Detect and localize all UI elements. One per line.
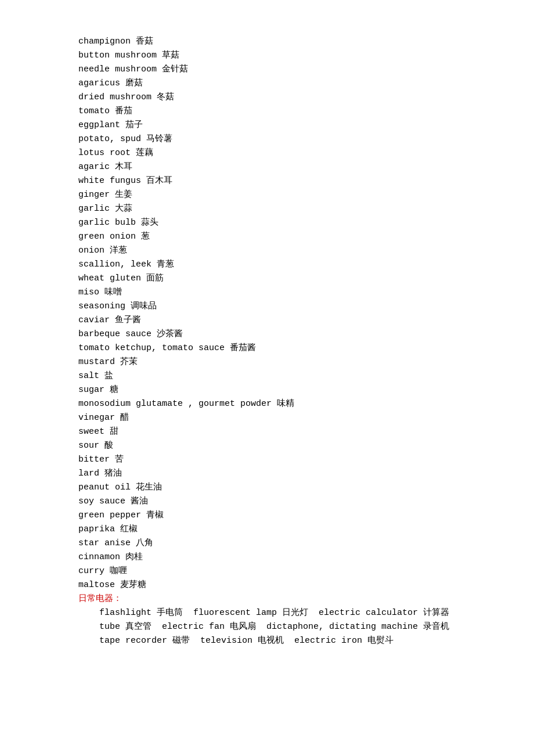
- line-item: bitter 苦: [78, 453, 456, 467]
- line-item: ginger 生姜: [78, 188, 456, 202]
- line-item: peanut oil 花生油: [78, 481, 456, 495]
- line-item: tape recorder 磁带 television 电视机 electric…: [78, 634, 456, 648]
- line-item: paprika 红椒: [78, 523, 456, 537]
- line-item: flashlight 手电筒 fluorescent lamp 日光灯 elec…: [78, 606, 456, 620]
- line-item: needle mushroom 金针菇: [78, 63, 456, 77]
- line-item: garlic 大蒜: [78, 202, 456, 216]
- line-item: champignon 香菇: [78, 35, 456, 49]
- line-item: scallion, leek 青葱: [78, 258, 456, 272]
- line-item: barbeque sauce 沙茶酱: [78, 327, 456, 341]
- line-item: tube 真空管 electric fan 电风扇 dictaphone, di…: [78, 620, 456, 634]
- line-item: star anise 八角: [78, 537, 456, 550]
- line-item: sweet 甜: [78, 425, 456, 439]
- line-item: monosodium glutamate , gourmet powder 味精: [78, 397, 456, 411]
- line-item: green pepper 青椒: [78, 509, 456, 523]
- line-item: curry 咖喱: [78, 564, 456, 578]
- line-item: mustard 芥茉: [78, 355, 456, 369]
- line-item: salt 盐: [78, 369, 456, 383]
- line-item: dried mushroom 冬菇: [78, 91, 456, 105]
- line-item: vinegar 醋: [78, 411, 456, 425]
- line-item: sour 酸: [78, 439, 456, 453]
- line-item: maltose 麦芽糖: [78, 578, 456, 592]
- line-item: wheat gluten 面筋: [78, 272, 456, 286]
- line-item: agaric 木耳: [78, 160, 456, 174]
- line-item: white fungus 百木耳: [78, 174, 456, 188]
- line-item: agaricus 磨菇: [78, 77, 456, 91]
- line-item: lotus root 莲藕: [78, 146, 456, 160]
- line-item: caviar 鱼子酱: [78, 314, 456, 327]
- line-item: tomato 番茄: [78, 105, 456, 118]
- line-item: soy sauce 酱油: [78, 495, 456, 509]
- line-item: garlic bulb 蒜头: [78, 216, 456, 230]
- line-item: miso 味噌: [78, 286, 456, 300]
- line-item: seasoning 调味品: [78, 300, 456, 314]
- line-item: potato, spud 马铃薯: [78, 132, 456, 146]
- line-item: onion 洋葱: [78, 244, 456, 258]
- line-item: 日常电器：: [78, 592, 456, 606]
- main-content: champignon 香菇button mushroom 草菇needle mu…: [78, 35, 456, 648]
- line-item: green onion 葱: [78, 230, 456, 244]
- line-item: sugar 糖: [78, 383, 456, 397]
- line-item: button mushroom 草菇: [78, 49, 456, 63]
- line-item: lard 猪油: [78, 467, 456, 481]
- line-item: tomato ketchup, tomato sauce 番茄酱: [78, 341, 456, 355]
- line-item: cinnamon 肉桂: [78, 550, 456, 564]
- line-item: eggplant 茄子: [78, 118, 456, 132]
